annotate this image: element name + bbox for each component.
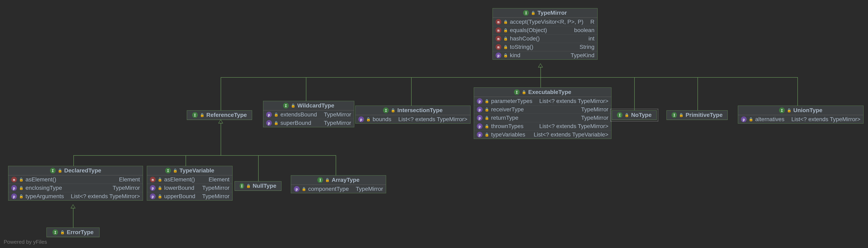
property-row[interactable]: p🔒lowerBoundTypeMirror: [147, 184, 232, 192]
property-type: TypeMirror: [196, 185, 230, 191]
class-title: I🔒TypeMirror: [493, 8, 597, 18]
property-type: TypeMirror: [521, 115, 609, 121]
class-name: NullType: [253, 183, 276, 189]
lock-icon: 🔒: [679, 113, 683, 117]
member-signature: accept(TypeVisitor<R, P>, P): [510, 19, 584, 25]
class-name: ArrayType: [332, 177, 359, 183]
uml-diagram-canvas[interactable]: I🔒TypeMirrorm🔒accept(TypeVisitor<R, P>, …: [0, 0, 868, 248]
property-row[interactable]: p🔒extendsBoundTypeMirror: [263, 111, 354, 119]
property-icon: p: [294, 186, 300, 192]
member-signature: toString(): [510, 44, 533, 50]
property-icon: p: [477, 123, 483, 129]
lock-icon: 🔒: [485, 107, 489, 112]
class-node-executableType[interactable]: I🔒ExecutableTypep🔒parameterTypesList<? e…: [474, 87, 612, 139]
class-node-unionType[interactable]: I🔒UnionTypep🔒alternativesList<? extends …: [738, 106, 864, 123]
member-row[interactable]: m🔒toString()String: [493, 43, 597, 51]
property-name: enclosingType: [26, 185, 62, 191]
class-node-wildcardType[interactable]: I🔒WildcardTypep🔒extendsBoundTypeMirrorp🔒…: [263, 101, 354, 127]
class-node-arrayType[interactable]: I🔒ArrayTypep🔒componentTypeTypeMirror: [291, 175, 386, 193]
property-row[interactable]: p🔒upperBoundTypeMirror: [147, 192, 232, 200]
property-row[interactable]: p🔒thrownTypesList<? extends TypeMirror>: [474, 122, 611, 130]
interface-icon: I: [192, 112, 198, 118]
inheritance-edge: [540, 77, 541, 78]
property-row[interactable]: p🔒parameterTypesList<? extends TypeMirro…: [474, 97, 611, 105]
property-type: List<? extends TypeMirror>: [526, 123, 609, 130]
inheritance-edge: [336, 155, 336, 175]
class-node-primitiveType[interactable]: I🔒PrimitiveType: [666, 110, 728, 120]
property-row[interactable]: p🔒typeArgumentsList<? extends TypeMirror…: [8, 192, 143, 200]
lock-icon: 🔒: [503, 20, 508, 24]
property-type: List<? extends TypeMirror>: [66, 193, 140, 200]
property-row[interactable]: p🔒boundsList<? extends TypeMirror>: [355, 115, 470, 123]
interface-icon: I: [617, 112, 622, 118]
inheritance-edge: [306, 77, 306, 101]
class-node-intersectionType[interactable]: I🔒IntersectionTypep🔒boundsList<? extends…: [355, 106, 470, 123]
property-type: TypeMirror: [64, 185, 140, 191]
property-icon: p: [150, 193, 156, 199]
interface-icon: I: [514, 89, 520, 95]
lock-icon: 🔒: [485, 132, 489, 137]
lock-icon: 🔒: [158, 194, 162, 198]
member-row[interactable]: m🔒asElement()Element: [147, 175, 232, 184]
lock-icon: 🔒: [200, 113, 204, 117]
member-signature: asElement(): [164, 176, 195, 183]
property-row[interactable]: p🔒kindTypeKind: [493, 51, 597, 59]
property-type: TypeMirror: [319, 111, 351, 118]
class-title: I🔒IntersectionType: [355, 106, 470, 115]
class-node-declaredType[interactable]: I🔒DeclaredTypem🔒asElement()Elementp🔒encl…: [8, 166, 143, 201]
interface-icon: I: [283, 103, 289, 108]
property-row[interactable]: p🔒alternativesList<? extends TypeMirror>: [738, 115, 863, 123]
member-row[interactable]: m🔒hashCode()int: [493, 34, 597, 43]
property-row[interactable]: p🔒componentTypeTypeMirror: [291, 185, 386, 193]
class-node-nullType[interactable]: I🔒NullType: [235, 181, 281, 191]
method-icon: m: [11, 177, 17, 183]
member-type: String: [535, 44, 594, 50]
member-row[interactable]: m🔒equals(Object)boolean: [493, 26, 597, 34]
lock-icon: 🔒: [391, 108, 395, 113]
property-type: List<? extends TypeMirror>: [534, 98, 609, 104]
member-row[interactable]: m🔒accept(TypeVisitor<R, P>, P)R: [493, 18, 597, 26]
inheritance-edge: [221, 77, 221, 110]
property-name: superBound: [280, 120, 311, 126]
class-title: I🔒DeclaredType: [8, 166, 143, 175]
class-title: I🔒TypeVariable: [147, 166, 232, 175]
lock-icon: 🔒: [485, 124, 489, 129]
class-node-typeVariable[interactable]: I🔒TypeVariablem🔒asElement()Elementp🔒lowe…: [147, 166, 232, 201]
property-icon: p: [496, 53, 501, 58]
property-name: receiverType: [491, 106, 524, 113]
class-title: I🔒WildcardType: [263, 101, 354, 110]
lock-icon: 🔒: [503, 45, 508, 49]
class-node-noType[interactable]: I🔒NoType: [612, 110, 657, 120]
lock-icon: 🔒: [274, 112, 278, 117]
lock-icon: 🔒: [302, 187, 306, 191]
interface-icon: I: [53, 229, 58, 235]
class-name: ReferenceType: [207, 112, 247, 118]
class-node-typeMirror[interactable]: I🔒TypeMirrorm🔒accept(TypeVisitor<R, P>, …: [493, 8, 597, 60]
property-row[interactable]: p🔒returnTypeTypeMirror: [474, 114, 611, 122]
property-row[interactable]: p🔒superBoundTypeMirror: [263, 119, 354, 127]
class-node-errorType[interactable]: I🔒ErrorType: [46, 227, 99, 237]
lock-icon: 🔒: [291, 103, 295, 108]
class-name: PrimitiveType: [685, 112, 722, 118]
inheritance-edge: [221, 123, 221, 155]
property-row[interactable]: p🔒typeVariablesList<? extends TypeVariab…: [474, 130, 611, 139]
property-name: bounds: [373, 116, 392, 122]
property-icon: p: [477, 98, 483, 104]
property-icon: p: [11, 193, 17, 199]
member-row[interactable]: m🔒asElement()Element: [8, 175, 143, 184]
lock-icon: 🔒: [274, 121, 278, 125]
class-title: I🔒NullType: [235, 182, 281, 191]
class-name: IntersectionType: [397, 107, 442, 114]
class-title: I🔒ExecutableType: [474, 88, 611, 97]
interface-icon: I: [240, 183, 244, 189]
lock-icon: 🔒: [749, 117, 753, 121]
property-name: thrownTypes: [491, 123, 524, 130]
member-type: Element: [197, 176, 229, 183]
property-icon: p: [358, 116, 364, 122]
property-row[interactable]: p🔒receiverTypeTypeMirror: [474, 105, 611, 114]
property-row[interactable]: p🔒enclosingTypeTypeMirror: [8, 184, 143, 192]
lock-icon: 🔒: [366, 117, 371, 121]
generalization-arrow-icon: [538, 63, 543, 67]
method-icon: m: [496, 36, 501, 42]
class-node-referenceType[interactable]: I🔒ReferenceType: [187, 110, 252, 120]
